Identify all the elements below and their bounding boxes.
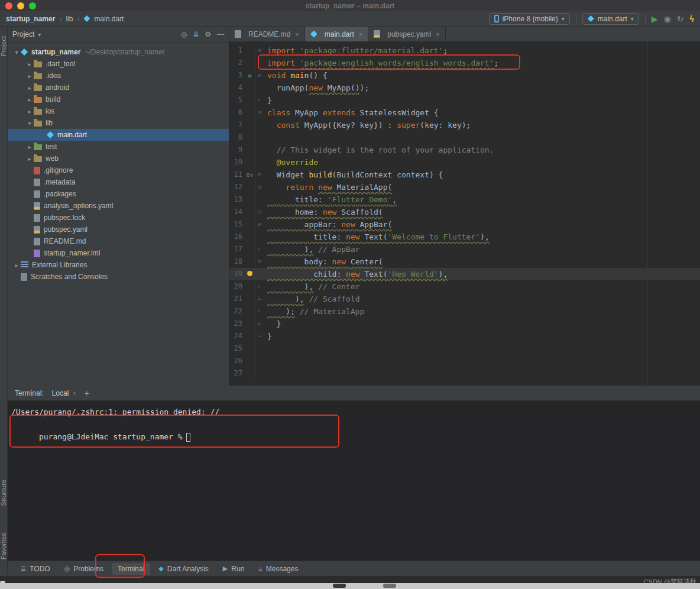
fold-icon[interactable]: ⊟ [255,106,264,119]
tree-item-readme-md[interactable]: README.md [8,235,229,247]
tree-item-android[interactable]: ▸android [8,82,229,93]
zoom-window-icon[interactable] [29,2,36,9]
close-tab-icon[interactable]: × [295,31,299,38]
override-gutter-icon[interactable]: o↑ [246,171,253,178]
bulb-icon[interactable] [245,268,255,280]
chevron-icon[interactable]: ▸ [25,96,34,103]
tree-item-dart-tool[interactable]: ▸.dart_tool [8,58,229,70]
chevron-icon[interactable]: ▾ [25,120,34,127]
device-selector[interactable]: iPhone 8 (mobile) ▾ [489,13,570,25]
chevron-icon[interactable]: ▸ [25,108,34,115]
tree-item-lib[interactable]: ▾lib [8,117,229,129]
close-tab-icon[interactable]: × [72,390,76,397]
tree-item-web[interactable]: ▸web [8,153,229,164]
terminal-tab-local[interactable]: Local × [52,389,76,397]
run-config-selector[interactable]: main.dart ▾ [582,13,639,25]
tree-item-packages[interactable]: .packages [8,188,229,200]
line-number: 18 [229,255,245,268]
close-tab-icon[interactable]: × [436,31,439,38]
fold-icon[interactable]: ∟ [255,330,264,342]
fold-icon[interactable]: ⊟ [255,255,264,268]
project-panel-title[interactable]: Project ▾ [12,30,41,38]
gutter-slot [245,119,255,131]
chevron-icon[interactable]: ▸ [25,73,34,79]
hot-reload-button[interactable]: ϟ [690,15,694,23]
fold-icon[interactable]: ∟ [255,243,264,255]
tool-button-project[interactable]: Project [0,36,8,56]
line-number: 1 [229,44,245,57]
settings-gear-icon[interactable]: ⚙ [205,30,211,38]
intention-bulb-icon[interactable] [247,271,252,276]
tree-item-label: main.dart [57,131,87,139]
fold-icon[interactable]: ∟ [255,293,264,305]
code-text: @override [264,156,318,169]
run-gutter-icon[interactable]: » [248,71,252,80]
tab-pubspec-yaml[interactable]: pubspec.yaml× [368,27,445,41]
tree-item-metadata[interactable]: .metadata [8,176,229,188]
hide-panel-icon[interactable]: — [217,30,224,38]
chevron-icon[interactable]: ▾ [12,49,21,56]
fold-icon[interactable]: ⊟ [255,206,264,218]
code-line-5: 5∟} [229,94,700,106]
run-icon[interactable]: » [245,69,255,82]
hot-restart-button[interactable]: ↻ [677,15,684,23]
tree-item-pubspec-yaml[interactable]: pubspec.yaml [8,224,229,235]
line-number: 5 [229,94,245,106]
fold-icon[interactable]: ∟ [255,280,264,293]
tree-item-main-dart[interactable]: main.dart [8,129,229,141]
fold-icon[interactable]: ⊟ [255,169,264,181]
tool-button-run[interactable]: ▶Run [217,563,250,575]
device-selector-label: iPhone 8 (mobile) [503,15,558,23]
chevron-icon[interactable]: ▸ [12,262,21,268]
breadcrumb-project[interactable]: startup_namer [6,15,55,23]
tool-button-favorites[interactable]: Favorites [0,533,8,559]
gutter-slot [245,342,255,355]
tree-item-gitignore[interactable]: .gitignore [8,164,229,176]
tree-item-external-libraries[interactable]: ▸External Libraries [8,259,229,271]
code-lines: 1⊟import 'package:flutter/material.dart'… [229,42,700,380]
breadcrumb-lib[interactable]: lib [66,15,73,23]
tree-item-scratches-and-consoles[interactable]: Scratches and Consoles [8,271,229,283]
run-button[interactable]: ▶ [652,15,658,23]
close-window-icon[interactable] [5,2,12,9]
override-icon[interactable]: o↑ [245,169,255,181]
tree-item-pubspec-lock[interactable]: pubspec.lock [8,212,229,224]
fold-icon[interactable]: ∟ [255,305,264,318]
fold-icon[interactable]: ∟ [255,94,264,106]
fold-icon[interactable]: ⊟ [255,218,264,231]
tree-item-test[interactable]: ▸test [8,141,229,153]
tool-button-structure[interactable]: Structure [0,480,8,506]
tree-item-ios[interactable]: ▸ios [8,105,229,117]
code-editor[interactable]: 1⊟import 'package:flutter/material.dart'… [229,42,700,386]
locate-icon[interactable]: ◎ [181,30,187,38]
tool-button-todo[interactable]: ≣TODO [15,563,56,575]
fold-icon[interactable]: ⊟ [255,181,264,193]
tree-item-build[interactable]: ▸build [8,93,229,105]
fold-icon[interactable]: ∟ [255,318,264,330]
tree-item-idea[interactable]: ▸.idea [8,70,229,82]
fold-icon[interactable]: ⊟ [255,69,264,82]
project-tree: ▾startup_namer~/Desktop/startup_namer▸.d… [8,43,229,283]
chevron-icon[interactable]: ▸ [25,156,34,162]
chevron-icon[interactable]: ▸ [25,144,34,150]
tree-item-analysis-options-yaml[interactable]: analysis_options.yaml [8,200,229,212]
tab-main-dart[interactable]: main.dart× [305,27,368,41]
debug-button[interactable]: ◉ [664,15,671,23]
tab-readme-md[interactable]: README.md× [229,27,305,41]
collapse-all-icon[interactable]: ⇊ [193,30,199,38]
breadcrumb-file[interactable]: main.dart [94,15,124,23]
gutter-slot [245,305,255,318]
dock-item [333,584,346,588]
chevron-icon[interactable]: ▸ [25,85,34,91]
folder-icon [34,62,42,67]
tree-item-startup-namer-iml[interactable]: startup_namer.iml [8,247,229,259]
new-terminal-button[interactable]: + [85,389,89,398]
close-tab-icon[interactable]: × [359,31,362,38]
tree-item-startup-namer[interactable]: ▾startup_namer~/Desktop/startup_namer [8,46,229,58]
code-text [264,367,267,380]
minimize-window-icon[interactable] [17,2,24,9]
tool-button-messages[interactable]: ≡Messages [252,563,304,575]
chevron-down-icon: ▾ [562,15,565,22]
tool-button-dart-analysis[interactable]: ◆Dart Analysis [153,563,215,575]
chevron-icon[interactable]: ▸ [25,61,34,67]
